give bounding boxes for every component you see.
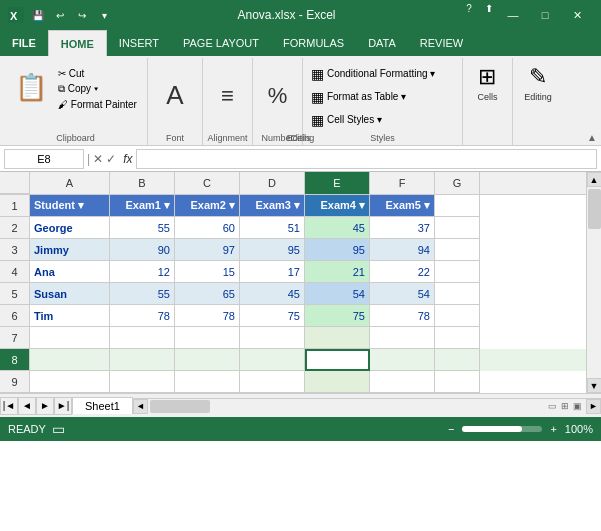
cell-D5[interactable]: 45 <box>240 283 305 305</box>
alignment-button[interactable]: ≡ <box>218 80 237 112</box>
row-header-5[interactable]: 5 <box>0 283 30 305</box>
cell-A9[interactable] <box>30 371 110 393</box>
zoom-in-button[interactable]: + <box>550 423 556 435</box>
cell-G2[interactable] <box>435 217 480 239</box>
cell-B4[interactable]: 12 <box>110 261 175 283</box>
cell-C7[interactable] <box>175 327 240 349</box>
page-view-icon[interactable]: ▣ <box>573 401 582 411</box>
cell-C3[interactable]: 97 <box>175 239 240 261</box>
cell-E2[interactable]: 45 <box>305 217 370 239</box>
cell-D8[interactable] <box>240 349 305 371</box>
cell-A6[interactable]: Tim <box>30 305 110 327</box>
row-header-1[interactable]: 1 <box>0 195 30 217</box>
help-icon[interactable]: ? <box>461 0 477 16</box>
scroll-left-button[interactable]: ◄ <box>133 399 148 414</box>
formula-cancel-button[interactable]: ✕ <box>93 152 103 166</box>
qat-dropdown-icon[interactable]: ▾ <box>96 7 112 23</box>
zoom-slider[interactable] <box>462 426 542 432</box>
cell-D3[interactable]: 95 <box>240 239 305 261</box>
row-header-7[interactable]: 7 <box>0 327 30 349</box>
editing-button[interactable]: ✎ Editing <box>520 60 556 106</box>
col-header-E[interactable]: E <box>305 172 370 194</box>
cell-A7[interactable] <box>30 327 110 349</box>
cell-A5[interactable]: Susan <box>30 283 110 305</box>
cell-G5[interactable] <box>435 283 480 305</box>
tab-data[interactable]: DATA <box>356 30 408 56</box>
sheet-tab-1[interactable]: Sheet1 <box>72 397 133 414</box>
paste-button[interactable]: 📋 <box>10 62 52 112</box>
col-header-F[interactable]: F <box>370 172 435 194</box>
cell-E7[interactable] <box>305 327 370 349</box>
cell-B6[interactable]: 78 <box>110 305 175 327</box>
scroll-down-button[interactable]: ▼ <box>587 378 602 393</box>
col-header-D[interactable]: D <box>240 172 305 194</box>
cell-D1[interactable]: Exam3 ▾ <box>240 195 305 217</box>
cell-F5[interactable]: 54 <box>370 283 435 305</box>
tab-page-layout[interactable]: PAGE LAYOUT <box>171 30 271 56</box>
minimize-button[interactable]: — <box>497 0 529 30</box>
row-header-9[interactable]: 9 <box>0 371 30 393</box>
col-header-G[interactable]: G <box>435 172 480 194</box>
sheet-nav-last[interactable]: ►| <box>54 397 72 415</box>
cell-A2[interactable]: George <box>30 217 110 239</box>
row-header-8[interactable]: 8 <box>0 349 30 371</box>
col-header-B[interactable]: B <box>110 172 175 194</box>
tab-formulas[interactable]: FORMULAS <box>271 30 356 56</box>
cell-E1[interactable]: Exam4 ▾ <box>305 195 370 217</box>
cells-button[interactable]: ⊞ Cells <box>473 60 501 106</box>
cell-F9[interactable] <box>370 371 435 393</box>
cell-F3[interactable]: 94 <box>370 239 435 261</box>
sheet-nav-prev[interactable]: ◄ <box>18 397 36 415</box>
save-icon[interactable]: 💾 <box>30 7 46 23</box>
conditional-formatting-button[interactable]: ▦ Conditional Formatting ▾ <box>309 65 456 83</box>
cell-B3[interactable]: 90 <box>110 239 175 261</box>
cell-C9[interactable] <box>175 371 240 393</box>
vertical-scrollbar[interactable]: ▲ ▼ <box>586 172 601 393</box>
row-header-4[interactable]: 4 <box>0 261 30 283</box>
redo-icon[interactable]: ↪ <box>74 7 90 23</box>
cell-F8[interactable] <box>370 349 435 371</box>
cell-C1[interactable]: Exam2 ▾ <box>175 195 240 217</box>
cell-F1[interactable]: Exam5 ▾ <box>370 195 435 217</box>
cell-F4[interactable]: 22 <box>370 261 435 283</box>
cell-D4[interactable]: 17 <box>240 261 305 283</box>
cell-D9[interactable] <box>240 371 305 393</box>
cell-B8[interactable] <box>110 349 175 371</box>
cell-F6[interactable]: 78 <box>370 305 435 327</box>
cell-G4[interactable] <box>435 261 480 283</box>
cell-E4[interactable]: 21 <box>305 261 370 283</box>
scroll-right-button[interactable]: ► <box>586 399 601 414</box>
status-page-layout-icon[interactable]: ▭ <box>52 421 65 437</box>
cell-B5[interactable]: 55 <box>110 283 175 305</box>
scroll-up-button[interactable]: ▲ <box>587 172 602 187</box>
cell-C5[interactable]: 65 <box>175 283 240 305</box>
formula-input[interactable] <box>136 149 597 169</box>
sheet-nav-first[interactable]: |◄ <box>0 397 18 415</box>
cell-styles-button[interactable]: ▦ Cell Styles ▾ <box>309 111 456 129</box>
row-header-3[interactable]: 3 <box>0 239 30 261</box>
ribbon-collapse-button[interactable]: ▲ <box>587 132 597 143</box>
scroll-thumb-h[interactable] <box>150 400 210 413</box>
cell-B9[interactable] <box>110 371 175 393</box>
tab-file[interactable]: FILE <box>0 30 48 56</box>
cell-B2[interactable]: 55 <box>110 217 175 239</box>
cell-A3[interactable]: Jimmy <box>30 239 110 261</box>
cell-C4[interactable]: 15 <box>175 261 240 283</box>
cell-A8[interactable] <box>30 349 110 371</box>
cell-D6[interactable]: 75 <box>240 305 305 327</box>
copy-button[interactable]: ⧉ Copy ▾ <box>54 81 141 97</box>
cell-F7[interactable] <box>370 327 435 349</box>
name-box[interactable] <box>4 149 84 169</box>
cell-C6[interactable]: 78 <box>175 305 240 327</box>
cell-D7[interactable] <box>240 327 305 349</box>
cell-E8-selected[interactable] <box>305 349 370 371</box>
tab-review[interactable]: REVIEW <box>408 30 475 56</box>
cell-D2[interactable]: 51 <box>240 217 305 239</box>
page-break-icon[interactable]: ⊞ <box>561 401 569 411</box>
ribbon-toggle-icon[interactable]: ⬆ <box>481 0 497 16</box>
number-button[interactable]: % <box>265 80 291 112</box>
page-layout-icon[interactable]: ▭ <box>548 401 557 411</box>
font-button[interactable]: A <box>163 77 186 114</box>
undo-icon[interactable]: ↩ <box>52 7 68 23</box>
maximize-button[interactable]: □ <box>529 0 561 30</box>
